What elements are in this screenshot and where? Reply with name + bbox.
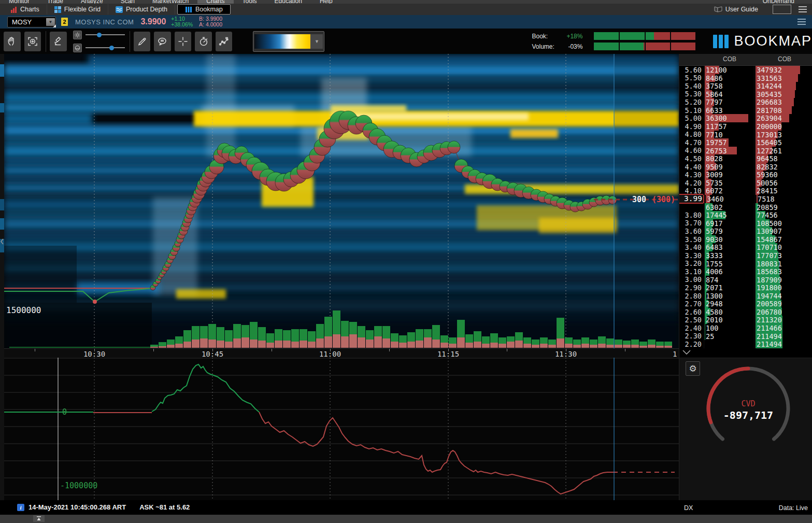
ladder-row[interactable]: 2.20211494 <box>679 340 812 348</box>
ladder-row[interactable]: 3.706917108500 <box>679 219 812 228</box>
panel-collapse-chevron[interactable] <box>0 238 4 245</box>
ladder-row[interactable]: 3.00874187909 <box>679 276 812 284</box>
ladder-row[interactable]: 4.6026753127261 <box>679 147 812 155</box>
ladder-row[interactable]: 2.502010211320 <box>679 316 812 324</box>
ladder-row[interactable]: 3.201755180831 <box>679 260 812 268</box>
draw-button[interactable] <box>134 32 151 51</box>
price-cell: 5.30 <box>679 90 703 98</box>
ladder-row[interactable]: 2.902071191800 <box>679 284 812 292</box>
volume-bar-buy <box>316 324 324 338</box>
symbol-select[interactable]: MOSY ▼ <box>7 17 56 27</box>
ladder-row[interactable]: 2.801300194744 <box>679 292 812 300</box>
heat-band <box>4 157 679 166</box>
hand-tool-button[interactable] <box>4 32 21 51</box>
microscope-button[interactable] <box>50 32 67 51</box>
ladder-row[interactable]: 3.406483170710 <box>679 243 812 251</box>
ladder-row[interactable]: 5.207797296683 <box>679 98 812 106</box>
heatmap-palette-select[interactable]: ▼ <box>253 31 324 52</box>
menu-item-charts[interactable]: Charts <box>197 0 233 4</box>
menu-item-monitor[interactable]: Monitor <box>0 0 38 4</box>
cvd-chart[interactable]: 0-1000000 <box>4 358 679 500</box>
notes-button[interactable] <box>154 32 171 51</box>
ladder-row[interactable]: 5.106633281708 <box>679 106 812 115</box>
ladder-row[interactable]: 2.3025211494 <box>679 332 812 341</box>
ladder-scroll-down-chevron[interactable] <box>682 350 691 355</box>
ladder-row[interactable]: 4.50802896458 <box>679 154 812 163</box>
volume-bar-buy <box>507 336 515 342</box>
microscope-icon <box>52 35 64 48</box>
ladder-row[interactable]: 4.7019757156405 <box>679 138 812 147</box>
menu-item-scan[interactable]: Scan <box>112 0 144 4</box>
time-axis[interactable]: 10:3010:4511:0011:1511:301 <box>4 348 679 358</box>
volume-bar-buy <box>565 337 573 344</box>
volume-bar-buy <box>498 337 506 344</box>
crosshair-button[interactable] <box>175 32 192 51</box>
instrument-menu-icon[interactable] <box>797 19 806 25</box>
volume-baseline <box>9 347 150 348</box>
heatmap-chart[interactable]: 300(300)1500000 <box>4 54 679 348</box>
ladder-row[interactable]: 2.604580206780 <box>679 308 812 316</box>
menu-item-tools[interactable]: Tools <box>234 0 266 4</box>
brightness-slider[interactable] <box>86 34 124 35</box>
ladder-row[interactable]: 4.30300959360 <box>679 171 812 179</box>
ladder-row[interactable]: 4.9011757200000 <box>679 122 812 131</box>
info-icon[interactable]: i <box>17 504 24 511</box>
ladder-row[interactable]: 5.0036300263904 <box>679 114 812 122</box>
ladder-row[interactable]: 4.807710173013 <box>679 131 812 139</box>
menu-item-trade[interactable]: Trade <box>38 0 72 4</box>
ladder-row[interactable]: 4.20573550056 <box>679 179 812 187</box>
ladder-row[interactable]: 3.9934607518 <box>679 195 812 203</box>
menu-item-analyze[interactable]: Analyze <box>72 0 112 4</box>
gauge-value: -897,717 <box>723 409 773 421</box>
ladder-row[interactable]: 3.303333177073 <box>679 251 812 260</box>
cvd-axis-label: -1000000 <box>60 481 97 490</box>
contrast-slider[interactable] <box>86 47 124 48</box>
ladder-row[interactable]: 5.305864305435 <box>679 90 812 98</box>
ladder-row[interactable]: 3.605979130907 <box>679 227 812 235</box>
ladder-row[interactable]: 630220859 <box>679 203 812 211</box>
ladder-row[interactable]: 5.6012100347932 <box>679 66 812 74</box>
contrast-knob[interactable] <box>109 46 114 50</box>
volume-bar-sell <box>648 345 656 348</box>
volume-bar-buy <box>482 336 490 344</box>
collapse-panel-button[interactable] <box>33 515 45 522</box>
ladder-row[interactable]: 5.403758314244 <box>679 82 812 90</box>
price-cell: 3.50 <box>679 235 703 244</box>
tab-charts[interactable]: Charts <box>3 4 47 15</box>
tabbar-menu-icon[interactable] <box>799 6 807 12</box>
menu-item-marketwatch[interactable]: MarketWatch <box>144 0 197 4</box>
volume-bar-buy <box>241 325 249 337</box>
volume-bar-buy <box>416 329 423 341</box>
tab-flexible-grid[interactable]: Flexible Grid <box>47 4 108 15</box>
volume-bar-sell <box>250 340 258 348</box>
ladder-row[interactable]: 5.508486331563 <box>679 74 812 82</box>
brightness-knob[interactable] <box>97 33 102 37</box>
volume-bar-buy <box>258 327 266 341</box>
symbol-label: MOSY <box>8 18 46 26</box>
timer-button[interactable] <box>195 32 212 51</box>
menu-item-help[interactable]: Help <box>311 0 341 4</box>
ladder-row[interactable]: 3.104006185683 <box>679 267 812 276</box>
cob-cell: 194744 <box>753 292 812 300</box>
ladder-row[interactable]: 3.801744577456 <box>679 211 812 219</box>
menu-item-ondemand[interactable]: OnDemand <box>763 0 794 4</box>
volume-bar-sell <box>482 344 490 348</box>
gauge-settings-button[interactable]: ⚙ <box>686 361 700 376</box>
palette-dropdown-arrow[interactable]: ▼ <box>310 34 323 49</box>
ladder-row[interactable]: 2.40100211466 <box>679 324 812 332</box>
menu-item-education[interactable]: Education <box>266 0 311 4</box>
user-guide-label: User Guide <box>725 6 758 13</box>
window-layout-button[interactable] <box>773 5 791 14</box>
ladder-row[interactable]: 4.40950982832 <box>679 163 812 171</box>
link-group-badge[interactable]: 2 <box>61 18 68 26</box>
ladder-row[interactable]: 2.702948200589 <box>679 300 812 308</box>
user-guide-button[interactable]: User Guide <box>707 4 765 15</box>
tab-product-depth[interactable]: Product Depth <box>108 4 175 15</box>
ladder-header: COB COB <box>679 54 812 66</box>
patterns-button[interactable] <box>216 32 233 51</box>
tab-bookmap[interactable]: Bookmap <box>177 4 231 15</box>
instrument-bar: MOSY ▼ 2 MOSYS INC COM 3.9900 +1.10 +38.… <box>0 15 812 29</box>
zoom-select-button[interactable] <box>24 32 41 51</box>
volume-bar-sell <box>341 336 349 348</box>
ladder-row[interactable]: 3.509030154867 <box>679 235 812 244</box>
